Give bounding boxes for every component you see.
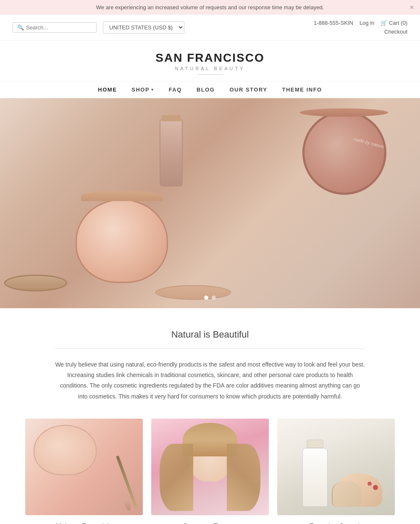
product-card-organic: Everyday Organic Healthy ingredients, in… [277,419,395,524]
organic-image-placeholder [277,419,395,515]
announcement-text: We are experiencing an increased volume … [96,4,324,10]
logo-area: SAN FRANCISCO NATURAL BEAUTY [0,41,420,81]
nav-item-home[interactable]: HOME [98,86,117,93]
bottle-small [160,119,183,186]
jar-left-lid [4,275,67,291]
nav-item-faq[interactable]: FAQ [169,86,182,93]
product-card-hair: Gorgeous Tresses Beautiful, healthy hair… [151,419,269,524]
search-input[interactable] [26,24,92,31]
login-link[interactable]: Log in [360,20,374,26]
product-image-organic[interactable] [277,419,395,515]
bottle-cap [162,115,181,121]
cart-link[interactable]: 🛒 Cart (0) [381,20,407,26]
about-divider [55,348,365,349]
milk-bottle [302,448,328,507]
jar-right-rim [300,108,388,117]
slider-dot-1[interactable] [204,296,208,300]
slider-dots [204,296,216,300]
product-grid: Makeup Essentials Everything you need fo… [0,406,420,524]
berry2 [368,482,372,486]
jar-bottom-lid [155,285,231,300]
cart-icon: 🛒 [381,20,387,26]
brush-head [123,498,132,511]
organic-bg [277,419,395,515]
jar-right [302,111,386,195]
brand-name: SAN FRANCISCO [8,51,412,65]
card-jar [34,425,97,475]
phone-number: 1-888-555-SKIN [314,20,353,26]
main-nav: HOME SHOP ▾ FAQ BLOG OUR STORY THEME INF… [0,81,420,98]
about-section: Natural is Beautiful We truly believe th… [21,308,399,406]
about-body: We truly believe that using natural, eco… [55,359,365,402]
logo-divider [197,74,223,75]
checkout-link[interactable]: Checkout [384,29,407,35]
nav-shop-label: SHOP [131,86,150,93]
berry1 [373,485,378,490]
about-heading: Natural is Beautiful [55,329,365,340]
hero-cosmetics-display: nude by nature [0,98,420,308]
nav-item-theme-info[interactable]: THEME INFO [282,86,322,93]
header-right-links: 1-888-555-SKIN Log in 🛒 Cart (0) Checkou… [314,20,407,35]
brand-sub: NATURAL BEAUTY [8,66,412,71]
hair-left [160,444,193,511]
jar-main [76,199,168,283]
nav-item-blog[interactable]: BLOG [197,86,215,93]
product-image-hair[interactable] [151,419,269,515]
utility-bar: 🔍 UNITED STATES (USD $) 1-888-555-SKIN L… [0,15,420,41]
nav-item-our-story[interactable]: OUR STORY [229,86,267,93]
jar-main-rim [81,191,163,201]
search-wrapper: 🔍 [13,22,97,33]
bread-side [332,482,361,507]
search-icon: 🔍 [17,24,24,31]
hero-image: nude by nature [0,98,420,308]
product-card-makeup: Makeup Essentials Everything you need fo… [25,419,143,524]
country-selector[interactable]: UNITED STATES (USD $) [103,21,184,34]
hair-image-placeholder [151,419,269,515]
product-image-makeup[interactable] [25,419,143,515]
slider-dot-2[interactable] [212,296,216,300]
cart-label: Cart (0) [389,20,407,26]
makeup-image-placeholder [25,419,143,515]
bottle-neck [307,440,323,448]
hero-slider: nude by nature [0,98,420,308]
hair-bg [151,419,269,515]
chevron-down-icon: ▾ [151,87,154,92]
announcement-bar: We are experiencing an increased volume … [0,0,420,15]
nav-item-shop[interactable]: SHOP ▾ [131,86,154,93]
hair-right [227,444,260,511]
announcement-close-button[interactable]: × [410,4,414,11]
